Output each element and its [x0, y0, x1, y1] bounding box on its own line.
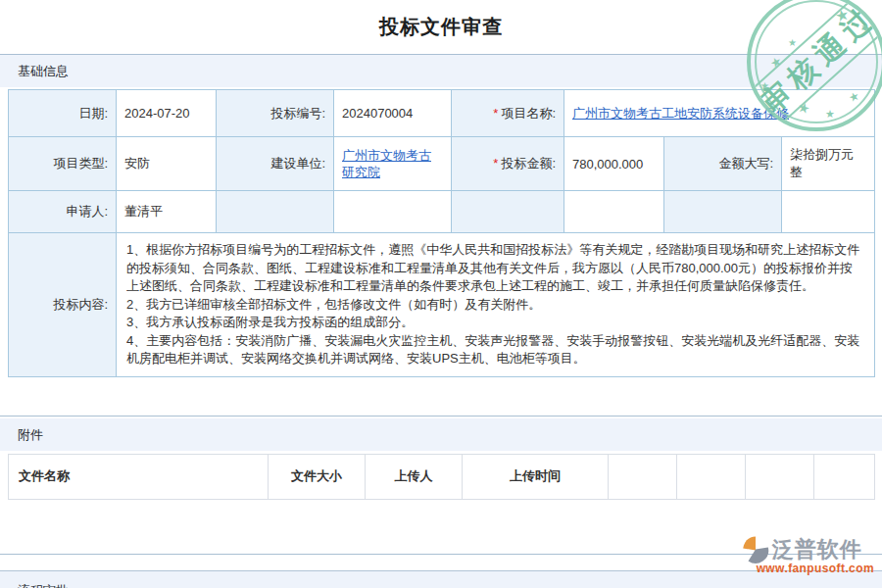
bid-no-value: 2024070004: [334, 90, 452, 137]
vendor-logo: 泛普软件 www.fanpusoft.com: [741, 535, 874, 575]
col-header-upload-time: 上传时间: [463, 454, 609, 499]
attachments-table: 文件名称 文件大小 上传人 上传时间: [8, 454, 875, 500]
table-row: 项目类型: 安防 建设单位: 广州市文物考古研究院 *投标金额: 780,000…: [9, 137, 875, 191]
page-title: 投标文件审查: [0, 0, 882, 40]
bid-amount-label: *投标金额:: [452, 137, 564, 191]
applicant-value: 董清平: [117, 191, 217, 233]
table-row: 申请人: 董清平: [9, 191, 875, 233]
col-header-empty: [677, 454, 746, 499]
empty-value-cell: [334, 191, 452, 233]
bid-no-label: 投标编号:: [217, 90, 334, 137]
attachments-header-row: 文件名称 文件大小 上传人 上传时间: [9, 454, 875, 499]
section-label-basic-info: 基础信息: [18, 64, 69, 78]
project-type-label: 项目类型:: [9, 137, 117, 191]
required-mark: *: [493, 156, 498, 171]
project-name-cell: 广州市文物考古工地安防系统设备保修: [564, 90, 875, 137]
date-label: 日期:: [9, 90, 117, 137]
project-name-link[interactable]: 广州市文物考古工地安防系统设备保修: [572, 106, 789, 121]
bid-amount-value: 780,000.000: [564, 137, 664, 191]
vendor-website[interactable]: www.fanpusoft.com: [741, 562, 874, 575]
build-unit-link[interactable]: 广州市文物考古研究院: [342, 148, 431, 179]
project-type-value: 安防: [117, 137, 217, 191]
section-label-workflow: 流程审批: [18, 583, 69, 588]
empty-value-cell: [564, 191, 664, 233]
empty-label-cell: [664, 191, 782, 233]
basic-info-table: 日期: 2024-07-20 投标编号: 2024070004 *项目名称: 广…: [8, 89, 875, 377]
fanpu-logo-icon: [741, 535, 770, 564]
col-header-uploader: 上传人: [366, 454, 463, 499]
section-label-attachments: 附件: [18, 427, 43, 442]
col-header-file-name: 文件名称: [9, 454, 269, 499]
col-header-empty: [609, 454, 677, 499]
col-header-empty: [746, 454, 814, 499]
section-header-basic-info: 基础信息: [0, 55, 882, 87]
bid-content-label: 投标内容:: [9, 233, 117, 377]
section-header-attachments: 附件: [0, 418, 882, 451]
amount-caps-label: 金额大写:: [664, 137, 782, 191]
bid-content-text: 1、根据你方招标项目编号为的工程招标文件，遵照《中华人民共和国招投标法》等有关规…: [117, 233, 875, 377]
date-value: 2024-07-20: [117, 90, 217, 137]
vendor-name: 泛普软件: [772, 535, 862, 564]
divider-attachments: [0, 416, 882, 416]
build-unit-cell: 广州市文物考古研究院: [334, 137, 452, 191]
table-row: 投标内容: 1、根据你方招标项目编号为的工程招标文件，遵照《中华人民共和国招投标…: [9, 233, 875, 377]
build-unit-label: 建设单位:: [217, 137, 334, 191]
empty-label-cell: [217, 191, 334, 233]
empty-label-cell: [452, 191, 564, 233]
empty-value-cell: [782, 191, 875, 233]
applicant-label: 申请人:: [9, 191, 117, 233]
amount-caps-value: 柒拾捌万元整: [782, 137, 875, 191]
col-header-file-size: 文件大小: [269, 454, 366, 499]
table-row: 日期: 2024-07-20 投标编号: 2024070004 *项目名称: 广…: [9, 90, 875, 137]
project-name-label: *项目名称:: [452, 90, 564, 137]
required-mark: *: [493, 106, 498, 121]
col-header-empty: [814, 454, 875, 499]
